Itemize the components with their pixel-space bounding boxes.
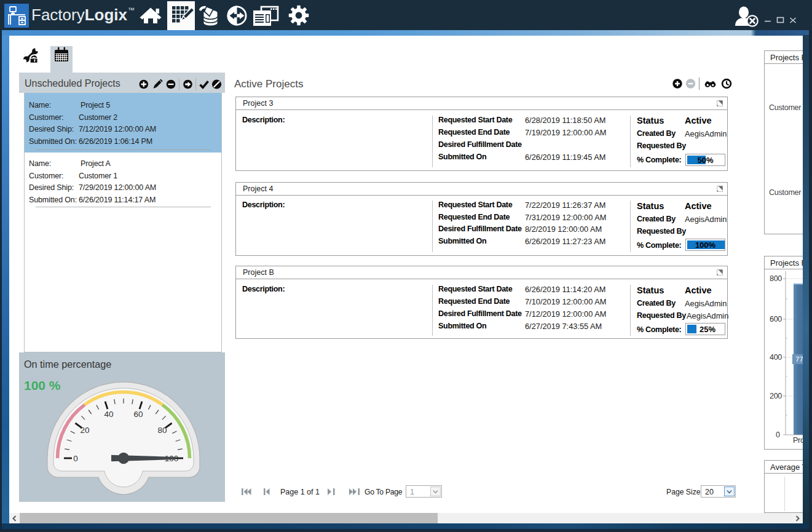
svg-text:60: 60	[134, 410, 143, 419]
svg-text:80: 80	[158, 426, 167, 435]
svg-text:0: 0	[73, 454, 78, 463]
svg-text:40: 40	[104, 410, 113, 419]
svg-text:20: 20	[80, 426, 89, 435]
